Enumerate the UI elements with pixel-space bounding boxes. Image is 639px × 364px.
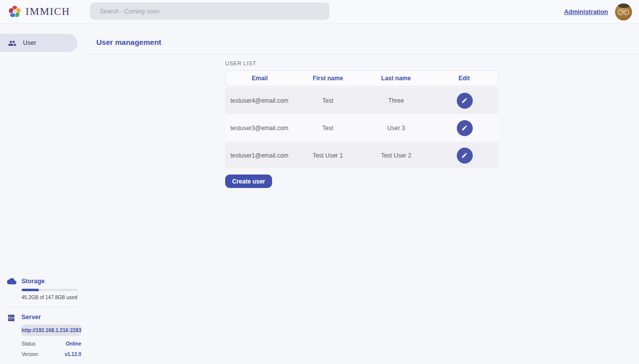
cell-email: testuser1@email.com bbox=[225, 152, 294, 159]
cell-email: testuser3@email.com bbox=[225, 125, 294, 132]
sidebar: User Storage 45.2GB of 147.8GB used bbox=[0, 23, 85, 364]
cell-last-name: Three bbox=[362, 97, 430, 104]
edit-user-button[interactable] bbox=[457, 120, 473, 136]
pencil-icon bbox=[461, 125, 468, 131]
title-divider bbox=[85, 54, 639, 54]
administration-link[interactable]: Administration bbox=[564, 8, 608, 15]
column-header-edit: Edit bbox=[430, 75, 499, 82]
storage-section: Storage 45.2GB of 147.8GB used bbox=[0, 277, 85, 300]
status-label: Status bbox=[21, 341, 35, 347]
top-bar: IMMICH Administration bbox=[0, 0, 639, 23]
storage-usage-text: 45.2GB of 147.8GB used bbox=[21, 295, 77, 300]
column-header-last-name: Last name bbox=[362, 75, 430, 82]
immich-flower-icon bbox=[8, 5, 21, 18]
sidebar-item-label: User bbox=[23, 39, 36, 46]
user-avatar[interactable] bbox=[615, 3, 632, 20]
glasses-icon bbox=[617, 9, 630, 15]
user-table: Email First name Last name Edit testuser… bbox=[225, 70, 499, 169]
sidebar-divider bbox=[6, 307, 77, 307]
server-section: Server http://192.168.1.216:2283 Status … bbox=[0, 313, 85, 357]
logo-wordmark: IMMICH bbox=[25, 5, 70, 18]
storage-title: Storage bbox=[21, 277, 77, 285]
server-icon bbox=[7, 313, 21, 357]
pencil-icon bbox=[461, 97, 468, 104]
server-url-badge: http://192.168.1.216:2283 bbox=[21, 325, 81, 336]
cell-last-name: User 3 bbox=[362, 125, 430, 132]
storage-progress-fill bbox=[21, 289, 39, 291]
cell-last-name: Test User 2 bbox=[362, 152, 430, 159]
user-list-label: USER LIST bbox=[225, 60, 499, 66]
sidebar-footer: Storage 45.2GB of 147.8GB used Server bbox=[0, 277, 85, 357]
edit-user-button[interactable] bbox=[457, 148, 473, 164]
server-status-row: Status Online bbox=[21, 341, 81, 347]
cell-first-name: Test bbox=[294, 125, 362, 132]
edit-user-button[interactable] bbox=[457, 93, 473, 109]
table-header-row: Email First name Last name Edit bbox=[225, 70, 499, 86]
users-icon bbox=[8, 39, 16, 46]
storage-progress-bar bbox=[21, 289, 77, 291]
main-content: User management USER LIST Email First na… bbox=[85, 23, 639, 364]
search-bar[interactable] bbox=[90, 2, 329, 20]
table-row: testuser4@email.com Test Three bbox=[225, 87, 499, 114]
cloud-icon bbox=[7, 277, 21, 300]
pencil-icon bbox=[461, 152, 468, 159]
server-version-row: Version v1.12.0 bbox=[21, 352, 81, 357]
immich-logo: IMMICH bbox=[8, 5, 70, 18]
page-title: User management bbox=[85, 23, 639, 46]
create-user-button[interactable]: Create user bbox=[225, 175, 272, 188]
server-title: Server bbox=[21, 313, 81, 321]
table-row: testuser3@email.com Test User 3 bbox=[225, 115, 499, 141]
column-header-first-name: First name bbox=[294, 75, 362, 82]
column-header-email: Email bbox=[226, 75, 294, 82]
cell-first-name: Test bbox=[294, 97, 362, 104]
table-row: testuser1@email.com Test User 1 Test Use… bbox=[225, 142, 499, 169]
status-value: Online bbox=[66, 341, 81, 347]
version-label: Version bbox=[21, 352, 38, 357]
sidebar-item-user[interactable]: User bbox=[0, 34, 77, 52]
cell-first-name: Test User 1 bbox=[294, 152, 362, 159]
version-value: v1.12.0 bbox=[64, 352, 81, 357]
cell-email: testuser4@email.com bbox=[225, 97, 294, 104]
search-input[interactable] bbox=[90, 2, 329, 20]
